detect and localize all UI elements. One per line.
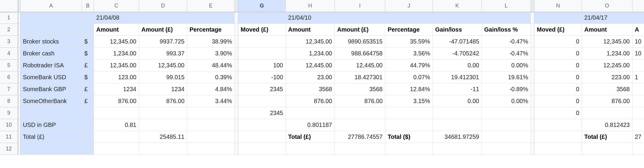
col-header-N[interactable]: N [534,0,582,12]
cell-O11[interactable]: Total (£) [582,131,632,143]
cell-D11[interactable]: 25485.11 [139,131,187,143]
cell-P3[interactable]: 10 [632,36,644,48]
cell-B9[interactable] [82,107,94,119]
col-header-K[interactable]: K [433,0,482,12]
spreadsheet-grid[interactable]: A B C D E G H I J K L N O 1 21/04/08 21/… [0,0,644,155]
cell-J6[interactable]: 0.07% [385,71,433,83]
cell-G1[interactable] [238,12,286,24]
cell-N1[interactable] [534,12,582,24]
cell-E7[interactable]: 4.84% [187,83,235,95]
cell-L8[interactable]: 0.00% [482,95,531,107]
cell-O4[interactable]: 1,234.00 [582,48,632,60]
cell-L12[interactable] [482,143,531,155]
cell-H12[interactable] [286,143,335,155]
cell-J5[interactable]: 44.79% [385,60,433,71]
cell-L1[interactable] [482,12,531,24]
collapsed-col-F[interactable] [235,0,238,12]
col-header-B[interactable]: B [82,0,94,12]
cell-L7[interactable]: -0.89% [482,83,531,95]
cell-K3[interactable]: -47.071485 [433,36,482,48]
cell-J12[interactable] [385,143,433,155]
cell-B2[interactable] [82,24,94,36]
cell-B10[interactable] [82,119,94,131]
cell-H6[interactable]: 23.00 [286,71,335,83]
cell-H8[interactable]: 876.00 [286,95,335,107]
col-header-J[interactable]: J [385,0,433,12]
cell-G7[interactable]: 2345 [238,83,286,95]
cell-C8[interactable]: 876.00 [94,95,139,107]
cell-H1[interactable]: 21/04/10 [286,12,335,24]
col-header-L[interactable]: L [482,0,531,12]
cell-G9[interactable]: 2345 [238,107,286,119]
cell-N5[interactable]: 0 [534,60,582,71]
cell-D3[interactable]: 9937.725 [139,36,187,48]
cell-I4[interactable]: 988.664758 [335,48,385,60]
cell-C9[interactable] [94,107,139,119]
row-header-7[interactable]: 7 [0,83,18,95]
col-header-I[interactable]: I [335,0,385,12]
cell-D8[interactable]: 876.00 [139,95,187,107]
cell-L5[interactable]: 0.00% [482,60,531,71]
cell-L2[interactable]: Gain/loss % [482,24,531,36]
cell-K9[interactable] [433,107,482,119]
cell-I3[interactable]: 9890.653515 [335,36,385,48]
select-all-corner[interactable] [0,0,18,12]
col-header-A[interactable]: A [20,0,82,12]
cell-B11[interactable] [82,131,94,143]
cell-C4[interactable]: 1,234.00 [94,48,139,60]
row-header-12[interactable]: 12 [0,143,18,155]
cell-G3[interactable] [238,36,286,48]
cell-C10[interactable]: 0.81 [94,119,139,131]
collapsed-col-indicator[interactable] [18,0,20,12]
cell-E10[interactable] [187,119,235,131]
cell-J2[interactable]: Percentage [385,24,433,36]
cell-J3[interactable]: 35.59% [385,36,433,48]
cell-C1[interactable]: 21/04/08 [94,12,139,24]
cell-A5[interactable]: Robotrader ISA [20,60,82,71]
cell-G8[interactable] [238,95,286,107]
cell-H9[interactable] [286,107,335,119]
cell-P11[interactable]: 27 [632,131,644,143]
cell-I12[interactable] [335,143,385,155]
cell-H5[interactable]: 12,445.00 [286,60,335,71]
cell-J4[interactable]: 3.56% [385,48,433,60]
cell-I7[interactable]: 3568 [335,83,385,95]
cell-B8[interactable]: £ [82,95,94,107]
cell-N7[interactable]: 0 [534,83,582,95]
row-header-5[interactable]: 5 [0,60,18,71]
cell-N8[interactable]: 0 [534,95,582,107]
cell-K6[interactable]: 19.412301 [433,71,482,83]
cell-O7[interactable]: 3568 [582,83,632,95]
cell-O12[interactable] [582,143,632,155]
cell-O5[interactable]: 12,245.00 [582,60,632,71]
cell-B12[interactable] [82,143,94,155]
cell-E6[interactable]: 0.39% [187,71,235,83]
cell-H11[interactable]: Total (£) [286,131,335,143]
cell-G10[interactable] [238,119,286,131]
col-header-H[interactable]: H [286,0,335,12]
cell-B1[interactable] [82,12,94,24]
cell-L4[interactable]: -0.47% [482,48,531,60]
cell-P9[interactable] [632,107,644,119]
col-header-C[interactable]: C [94,0,139,12]
cell-N11[interactable] [534,131,582,143]
cell-N6[interactable]: 0 [534,71,582,83]
cell-A9[interactable] [20,107,82,119]
col-header-P-partial[interactable] [632,0,644,12]
row-header-9[interactable]: 9 [0,107,18,119]
cell-A6[interactable]: SomeBank USD [20,71,82,83]
cell-K4[interactable]: -4.705242 [433,48,482,60]
cell-K5[interactable]: 0.00 [433,60,482,71]
row-header-3[interactable]: 3 [0,36,18,48]
col-header-G[interactable]: G [238,0,286,12]
cell-G4[interactable] [238,48,286,60]
cell-E1[interactable] [187,12,235,24]
col-header-D[interactable]: D [139,0,187,12]
cell-G6[interactable]: -100 [238,71,286,83]
cell-K1[interactable] [433,12,482,24]
cell-C2[interactable]: Amount [94,24,139,36]
row-header-2[interactable]: 2 [0,24,18,36]
cell-G5[interactable]: 100 [238,60,286,71]
cell-K10[interactable] [433,119,482,131]
cell-L9[interactable] [482,107,531,119]
